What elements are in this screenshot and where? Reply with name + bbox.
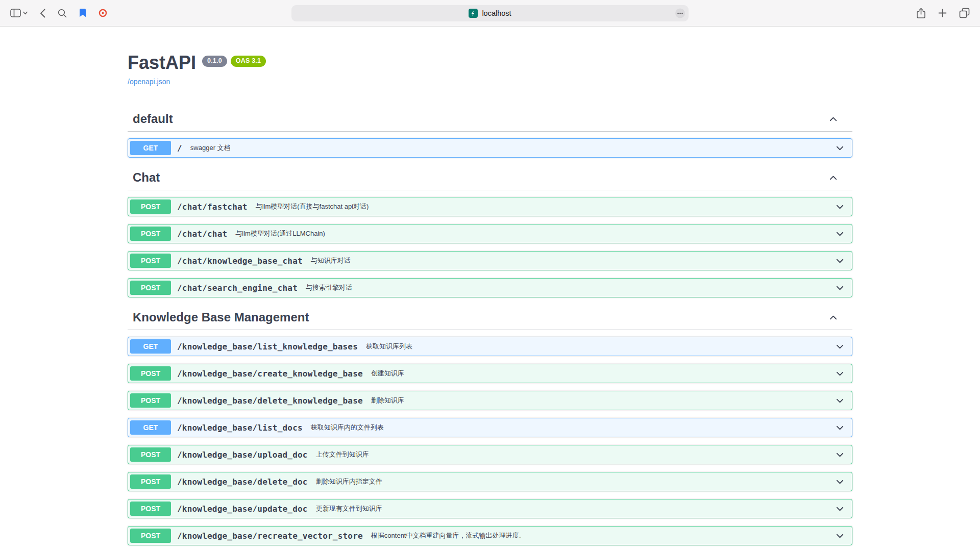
expand-endpoint-icon[interactable] — [835, 396, 845, 406]
endpoint-row[interactable]: POST/knowledge_base/update_doc更新现有文件到知识库 — [128, 499, 852, 518]
openapi-spec-link[interactable]: /openapi.json — [128, 78, 170, 86]
ellipsis-icon — [677, 13, 683, 14]
endpoint-description: swagger 文档 — [188, 143, 832, 153]
expand-endpoint-icon[interactable] — [835, 283, 845, 293]
page-title: FastAPI 0.1.0 OAS 3.1 — [128, 52, 852, 73]
method-badge: POST — [130, 281, 171, 295]
api-section: ChatPOST/chat/fastchat与llm模型对话(直接与fastch… — [128, 165, 852, 297]
endpoint-row[interactable]: GET/knowledge_base/list_knowledge_bases获… — [128, 337, 852, 356]
endpoint-description: 与llm模型对话(通过LLMChain) — [233, 229, 832, 238]
search-icon — [58, 9, 67, 18]
api-section: defaultGET/swagger 文档 — [128, 107, 852, 158]
endpoint-row[interactable]: GET/swagger 文档 — [128, 138, 852, 158]
method-badge: POST — [130, 227, 171, 241]
tab-overview-icon — [959, 8, 970, 18]
endpoint-row[interactable]: POST/chat/search_engine_chat与搜索引擎对话 — [128, 278, 852, 297]
section-header[interactable]: Chat — [128, 165, 852, 190]
back-button[interactable] — [40, 9, 45, 18]
section-header[interactable]: default — [128, 107, 852, 132]
endpoint-row[interactable]: POST/knowledge_base/delete_knowledge_bas… — [128, 391, 852, 410]
expand-endpoint-icon[interactable] — [835, 369, 845, 379]
method-badge: POST — [130, 447, 171, 462]
toolbar-right-group — [916, 8, 970, 19]
endpoint-path: /knowledge_base/create_knowledge_base — [171, 369, 369, 379]
method-badge: POST — [130, 529, 171, 543]
expand-endpoint-icon[interactable] — [835, 229, 845, 239]
method-badge: GET — [130, 339, 171, 354]
endpoint-description: 获取知识库列表 — [364, 342, 832, 351]
record-extension-button[interactable] — [99, 9, 107, 17]
collapse-section-icon[interactable] — [828, 313, 838, 322]
method-badge: GET — [130, 420, 171, 435]
version-badge: 0.1.0 — [202, 56, 227, 67]
endpoint-description: 与知识库对话 — [309, 256, 832, 265]
plus-icon — [938, 9, 947, 17]
badges: 0.1.0 OAS 3.1 — [202, 56, 266, 67]
expand-endpoint-icon[interactable] — [835, 423, 845, 433]
endpoint-path: / — [171, 143, 188, 153]
endpoint-row[interactable]: POST/chat/knowledge_base_chat与知识库对话 — [128, 251, 852, 270]
endpoint-description: 删除知识库 — [369, 396, 832, 405]
method-badge: POST — [130, 393, 171, 408]
expand-endpoint-icon[interactable] — [835, 202, 845, 212]
chevron-down-icon — [23, 11, 28, 15]
search-button[interactable] — [58, 9, 67, 18]
section-endpoints: GET/swagger 文档 — [128, 132, 852, 158]
section-header[interactable]: Knowledge Base Management — [128, 305, 852, 330]
endpoint-description: 与搜索引擎对话 — [304, 283, 832, 292]
method-badge: POST — [130, 254, 171, 268]
url-text: localhost — [482, 9, 511, 17]
endpoint-row[interactable]: POST/knowledge_base/create_knowledge_bas… — [128, 364, 852, 383]
section-title: Knowledge Base Management — [133, 310, 828, 324]
api-info-block: FastAPI 0.1.0 OAS 3.1 /openapi.json — [128, 27, 852, 107]
collapse-section-icon[interactable] — [828, 114, 838, 124]
chevron-left-icon — [40, 9, 45, 18]
tab-overview-button[interactable] — [959, 8, 970, 18]
endpoint-row[interactable]: POST/chat/fastchat与llm模型对话(直接与fastchat a… — [128, 197, 852, 216]
section-endpoints: POST/chat/fastchat与llm模型对话(直接与fastchat a… — [128, 190, 852, 297]
oas-badge: OAS 3.1 — [231, 56, 266, 67]
endpoint-row[interactable]: POST/knowledge_base/upload_doc上传文件到知识库 — [128, 445, 852, 464]
expand-endpoint-icon[interactable] — [835, 450, 845, 460]
bookmark-extension-button[interactable] — [79, 9, 86, 17]
lightning-bolt-icon — [470, 10, 476, 16]
endpoint-row[interactable]: POST/chat/chat与llm模型对话(通过LLMChain) — [128, 224, 852, 243]
endpoint-description: 更新现有文件到知识库 — [314, 504, 832, 513]
method-badge: POST — [130, 199, 171, 214]
new-tab-button[interactable] — [938, 9, 947, 17]
toolbar-left-group — [10, 9, 107, 18]
address-bar[interactable]: localhost — [291, 5, 689, 21]
endpoint-path: /chat/search_engine_chat — [171, 283, 304, 293]
endpoint-path: /knowledge_base/list_docs — [171, 423, 309, 433]
share-button[interactable] — [916, 8, 926, 19]
sidebar-toggle-icon — [10, 9, 21, 17]
expand-endpoint-icon[interactable] — [835, 256, 845, 266]
browser-toolbar: localhost — [0, 0, 980, 27]
endpoint-row[interactable]: POST/knowledge_base/delete_doc删除知识库内指定文件 — [128, 472, 852, 491]
content-wrapper: FastAPI 0.1.0 OAS 3.1 /openapi.json defa… — [117, 27, 863, 545]
expand-endpoint-icon[interactable] — [835, 342, 845, 352]
endpoint-path: /knowledge_base/recreate_vector_store — [171, 531, 369, 541]
expand-endpoint-icon[interactable] — [835, 143, 845, 153]
collapse-section-icon[interactable] — [828, 173, 838, 183]
endpoint-row[interactable]: POST/knowledge_base/recreate_vector_stor… — [128, 526, 852, 545]
expand-endpoint-icon[interactable] — [835, 504, 845, 514]
expand-endpoint-icon[interactable] — [835, 531, 845, 541]
expand-endpoint-icon[interactable] — [835, 477, 845, 487]
endpoint-path: /chat/fastchat — [171, 202, 254, 212]
site-favicon — [469, 9, 478, 18]
share-icon — [916, 8, 926, 19]
endpoint-row[interactable]: GET/knowledge_base/list_docs获取知识库内的文件列表 — [128, 418, 852, 437]
endpoint-description: 删除知识库内指定文件 — [314, 477, 832, 486]
method-badge: POST — [130, 474, 171, 489]
endpoint-path: /knowledge_base/list_knowledge_bases — [171, 342, 364, 352]
method-badge: POST — [130, 502, 171, 516]
swagger-page: FastAPI 0.1.0 OAS 3.1 /openapi.json defa… — [0, 27, 980, 551]
record-extension-icon — [99, 9, 107, 17]
page-menu-button[interactable] — [675, 9, 685, 18]
method-badge: GET — [130, 141, 171, 155]
method-badge: POST — [130, 366, 171, 381]
section-title: Chat — [133, 170, 828, 185]
sidebar-toggle-button[interactable] — [10, 9, 28, 17]
endpoint-description: 与llm模型对话(直接与fastchat api对话) — [254, 202, 832, 211]
